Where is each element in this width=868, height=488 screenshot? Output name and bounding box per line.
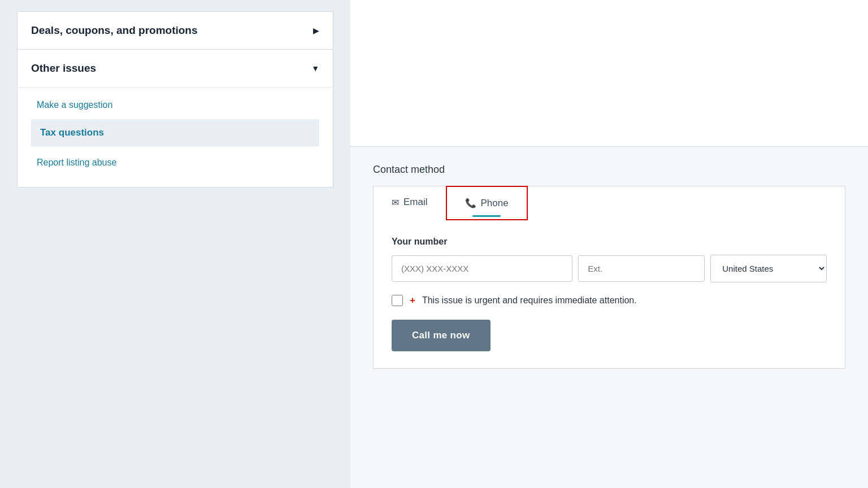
phone-number-input[interactable] — [392, 255, 572, 282]
urgent-plus-icon: + — [410, 295, 415, 306]
deals-accordion-header[interactable]: Deals, coupons, and promotions ▶ — [18, 12, 333, 49]
email-icon: ✉ — [392, 197, 399, 208]
deals-accordion-arrow: ▶ — [313, 26, 319, 35]
urgent-row: + This issue is urgent and requires imme… — [392, 295, 827, 306]
deals-accordion: Deals, coupons, and promotions ▶ — [17, 11, 333, 50]
tab-email[interactable]: ✉ Email — [374, 186, 446, 220]
other-issues-accordion-arrow: ▼ — [311, 64, 319, 73]
right-top-area — [350, 0, 868, 147]
your-number-label: Your number — [392, 237, 827, 247]
urgent-checkbox[interactable] — [392, 295, 403, 306]
phone-inputs-row: United States — [392, 255, 827, 282]
other-issues-body: Make a suggestion Tax questions Report l… — [18, 87, 333, 187]
phone-icon: 📞 — [465, 198, 476, 208]
left-panel: Deals, coupons, and promotions ▶ Other i… — [0, 0, 350, 488]
call-me-now-button[interactable]: Call me now — [392, 320, 491, 351]
deals-accordion-title: Deals, coupons, and promotions — [31, 24, 198, 37]
tax-questions-link[interactable]: Tax questions — [31, 119, 319, 146]
tab-phone-underline — [472, 215, 501, 217]
tabs-container: ✉ Email 📞 Phone — [373, 186, 845, 220]
urgent-text: This issue is urgent and requires immedi… — [422, 295, 637, 306]
extension-input[interactable] — [578, 255, 705, 282]
other-issues-accordion-header[interactable]: Other issues ▼ — [18, 50, 333, 87]
other-issues-accordion: Other issues ▼ Make a suggestion Tax que… — [17, 50, 333, 188]
right-panel: Contact method ✉ Email 📞 Phone Your numb… — [350, 0, 868, 488]
report-listing-abuse-link[interactable]: Report listing abuse — [31, 150, 319, 173]
other-issues-accordion-title: Other issues — [31, 62, 96, 75]
right-content: Contact method ✉ Email 📞 Phone Your numb… — [350, 147, 868, 386]
tab-phone-label: Phone — [481, 198, 509, 209]
tab-phone[interactable]: 📞 Phone — [446, 186, 528, 220]
contact-method-label: Contact method — [373, 164, 845, 176]
tab-email-label: Email — [403, 197, 428, 208]
make-a-suggestion-link[interactable]: Make a suggestion — [31, 92, 319, 116]
phone-form-area: Your number United States + This issue i… — [373, 220, 845, 369]
country-select[interactable]: United States — [710, 255, 827, 282]
